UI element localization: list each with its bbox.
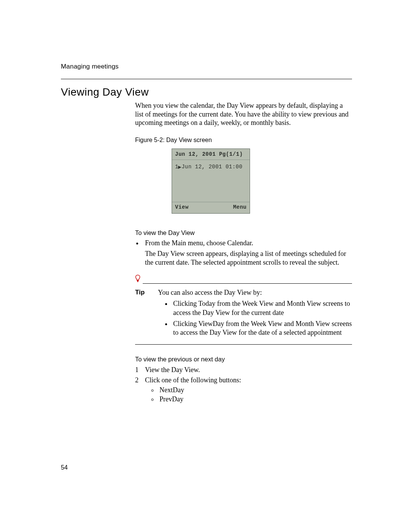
tip-body: You can also access the Day View by: Cli… xyxy=(158,288,352,340)
intro-paragraph: When you view the calendar, the Day View… xyxy=(135,101,352,127)
tip-block: Tip You can also access the Day View by:… xyxy=(135,275,352,344)
procedure-step: Click one of the following buttons: Next… xyxy=(135,375,352,404)
page-number: 54 xyxy=(61,464,68,471)
lightbulb-icon xyxy=(135,275,140,284)
screen-row-index: 1 xyxy=(175,164,178,171)
tip-bottom-rule xyxy=(135,344,352,345)
tip-top-rule xyxy=(143,283,352,284)
tip-content: Tip You can also access the Day View by:… xyxy=(135,288,352,340)
tip-rule-row xyxy=(135,275,352,284)
procedure-step: View the Day View. xyxy=(135,365,352,374)
procedure-heading-prev-next: To view the previous or next day xyxy=(135,355,352,363)
procedure-description: The Day View screen appears, displaying … xyxy=(145,249,352,267)
day-view-screen-figure: Jun 12, 2001 Pg(1/1) 1▶Jun 12, 2001 01:0… xyxy=(172,149,250,214)
screen-body: 1▶Jun 12, 2001 01:00 xyxy=(172,160,250,202)
procedure-step-text: From the Main menu, choose Calendar. xyxy=(145,239,253,247)
procedure-sub-list: NextDay PrevDay xyxy=(149,385,352,404)
softkey-menu: Menu xyxy=(233,204,247,211)
tip-list-item: Clicking Today from the Week View and Mo… xyxy=(172,299,352,317)
procedure-ordered-list: View the Day View. Click one of the foll… xyxy=(135,365,352,404)
screen-row-text: Jun 12, 2001 01:00 xyxy=(182,164,242,170)
tip-list: Clicking Today from the Week View and Mo… xyxy=(158,299,352,337)
procedure-step: From the Main menu, choose Calendar. The… xyxy=(143,239,352,267)
chapter-header: Managing meetings xyxy=(61,63,352,70)
cursor-icon: ▶ xyxy=(178,164,182,171)
tip-lead: You can also access the Day View by: xyxy=(158,288,352,297)
procedure-list-view-day: From the Main menu, choose Calendar. The… xyxy=(135,239,352,267)
body-block: When you view the calendar, the Day View… xyxy=(135,101,352,404)
figure-caption: Figure 5-2: Day View screen xyxy=(135,136,352,144)
screen-header: Jun 12, 2001 Pg(1/1) xyxy=(172,149,250,160)
procedure-step-text: Click one of the following buttons: xyxy=(145,376,241,384)
section-title: Viewing Day View xyxy=(61,86,352,98)
header-rule xyxy=(61,79,352,79)
tip-label: Tip xyxy=(135,288,150,340)
procedure-heading-view-day: To view the Day View xyxy=(135,229,352,237)
tip-list-item: Clicking ViewDay from the Week View and … xyxy=(172,320,352,337)
procedure-sub-item: NextDay xyxy=(158,385,352,395)
document-page: Managing meetings Viewing Day View When … xyxy=(0,0,411,532)
screen-footer: View Menu xyxy=(172,202,250,213)
procedure-sub-item: PrevDay xyxy=(158,395,352,404)
softkey-view: View xyxy=(175,204,189,211)
